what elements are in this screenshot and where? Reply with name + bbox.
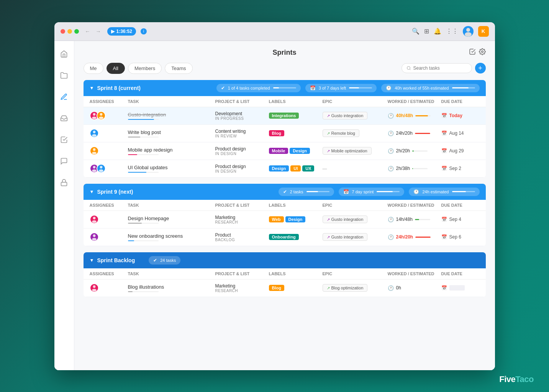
sidebar-item-inbox[interactable] — [57, 111, 71, 125]
user-badge[interactable]: K — [478, 26, 489, 37]
epic-arrow-icon: ↗ — [327, 217, 330, 222]
svg-point-21 — [92, 238, 97, 241]
calendar-icon: 📅 — [441, 113, 447, 118]
forward-button[interactable]: → — [94, 28, 103, 35]
labels-cell: Design UI UX — [269, 165, 323, 172]
col-epic: Epic — [323, 99, 388, 104]
epic-badge[interactable]: ↗ Remote blog — [323, 129, 359, 137]
col-labels: Labels — [269, 271, 323, 276]
table-row: Blog illustrations Marketing RESEARCH Bl… — [84, 279, 486, 297]
svg-point-0 — [466, 28, 470, 32]
label-badge: UX — [302, 165, 314, 172]
assignees-cell — [90, 283, 128, 292]
settings-icon[interactable] — [479, 48, 486, 57]
svg-point-1 — [465, 32, 472, 37]
sidebar-item-folders[interactable] — [57, 69, 71, 82]
avatar — [97, 164, 106, 173]
project-cell: Development IN PROGRESS — [215, 111, 269, 121]
user-avatar[interactable] — [463, 26, 474, 37]
col-task: Task — [128, 271, 215, 276]
calendar-icon: 📅 — [441, 234, 447, 240]
task-cell[interactable]: Blog illustrations — [128, 284, 215, 292]
label-badge: Design — [290, 148, 310, 154]
clock-icon: 🕐 — [388, 234, 394, 240]
due-cell: 📅 Today — [441, 113, 480, 118]
sprint-8-chevron[interactable]: ▼ — [90, 85, 94, 91]
clock-icon: 🕐 — [388, 166, 394, 172]
close-button[interactable] — [61, 29, 65, 34]
sidebar-item-home[interactable] — [57, 47, 71, 61]
sprint-9-stat-tasks: ✔ 2 tasks — [279, 188, 334, 196]
calendar-icon: 📅 — [343, 189, 349, 194]
task-cell[interactable]: UI Global updates — [128, 165, 215, 173]
task-cell[interactable]: Write blog post — [128, 129, 215, 137]
epic-badge[interactable]: ↗ Gusto integration — [323, 233, 368, 241]
table-row: Mobile app redesign Product design IN DE… — [84, 142, 486, 160]
back-button[interactable]: ← — [84, 28, 92, 35]
due-cell: 📅 — [441, 285, 480, 291]
sprint-backlog-table-header: Assignees Task Project & List Labels Epi… — [84, 268, 486, 279]
clock-icon: 🕐 — [388, 113, 394, 119]
maximize-button[interactable] — [74, 29, 79, 34]
page-title: Sprints — [272, 49, 296, 57]
due-empty — [449, 285, 465, 291]
label-badge: Blog — [269, 130, 284, 136]
bell-icon[interactable]: 🔔 — [434, 28, 441, 35]
sidebar-item-messages[interactable] — [57, 154, 71, 168]
add-task-button[interactable]: + — [475, 63, 486, 74]
search-icon[interactable]: 🔍 — [412, 28, 420, 35]
label-badge: Mobile — [269, 148, 288, 154]
calendar-icon: 📅 — [310, 85, 316, 91]
assignees-cell — [90, 232, 128, 242]
avatar — [90, 129, 99, 138]
label-badge: UI — [290, 165, 301, 172]
minimize-button[interactable] — [67, 29, 72, 34]
sprint-9-stat-hours: 🕐 24h estimated — [409, 188, 479, 196]
project-cell: Content writing IN REVIEW — [215, 129, 269, 138]
assignees-cell — [90, 215, 128, 224]
col-assignees: Assignees — [90, 99, 128, 104]
epic-badge[interactable]: ↗ Mobile optimization — [323, 147, 372, 155]
info-icon[interactable]: i — [141, 28, 147, 34]
worked-cell: 🕐 40h/48h — [388, 113, 441, 119]
sidebar-item-tasks[interactable] — [57, 133, 71, 147]
browser-right-icons: 🔍 ⊞ 🔔 ⋮⋮ K — [412, 26, 489, 37]
sidebar-item-lock[interactable] — [57, 176, 71, 189]
sprint-8-stat-tasks: ✔ 1 of 4 tasks completed — [216, 84, 301, 92]
filter-teams[interactable]: Teams — [165, 63, 192, 74]
svg-point-10 — [93, 131, 95, 133]
sprint-section-8: ▼ Sprint 8 (current) ✔ 1 of 4 tasks comp… — [84, 80, 486, 178]
task-cell[interactable]: Gusto-integration — [128, 112, 215, 120]
task-cell[interactable]: New onboarding screens — [128, 233, 215, 241]
svg-point-7 — [92, 117, 97, 119]
sprint-8-stat-hours: 🕐 40h worked of 55h estimated — [381, 84, 479, 92]
task-cell[interactable]: Mobile app redesign — [128, 147, 215, 155]
sprint-9-stats: ✔ 2 tasks 📅 7 day sprint 🕐 24h estimated — [279, 188, 480, 196]
epic-badge[interactable]: ↗ Gusto integration — [323, 112, 368, 119]
epic-arrow-icon: ↗ — [327, 131, 330, 136]
columns-icon[interactable]: ⊞ — [424, 28, 429, 35]
timer-pill[interactable]: ▶ 1:36:52 — [107, 27, 136, 36]
labels-cell: Blog — [269, 285, 323, 291]
project-cell: Product design IN DESIGN — [215, 146, 269, 156]
checklist-icon[interactable] — [469, 48, 476, 57]
filter-me[interactable]: Me — [84, 63, 103, 74]
search-input[interactable] — [413, 65, 467, 71]
table-row: New onboarding screens Product BACKLOG O… — [84, 229, 486, 246]
grid-icon[interactable]: ⋮⋮ — [446, 28, 458, 35]
epic-badge[interactable]: ↗ Blog optimization — [323, 284, 368, 292]
sprint-9-header: ▼ Sprint 9 (next) ✔ 2 tasks 📅 7 day spri… — [84, 184, 486, 200]
search-bar — [402, 63, 472, 73]
svg-point-17 — [99, 170, 103, 172]
col-assignees: Assignees — [90, 271, 128, 276]
filter-all[interactable]: All — [107, 63, 125, 74]
sprint-9-chevron[interactable]: ▼ — [90, 189, 94, 194]
task-cell[interactable]: Design Homepage — [128, 216, 215, 224]
svg-point-15 — [92, 170, 97, 172]
filter-members[interactable]: Members — [128, 63, 162, 74]
epic-badge[interactable]: ↗ Gusto integration — [323, 216, 368, 223]
sprint-9-title: ▼ Sprint 9 (next) — [90, 189, 133, 195]
sprint-backlog-chevron[interactable]: ▼ — [90, 258, 94, 263]
col-due: Due date — [441, 203, 480, 207]
sidebar-item-pen[interactable] — [57, 90, 71, 104]
